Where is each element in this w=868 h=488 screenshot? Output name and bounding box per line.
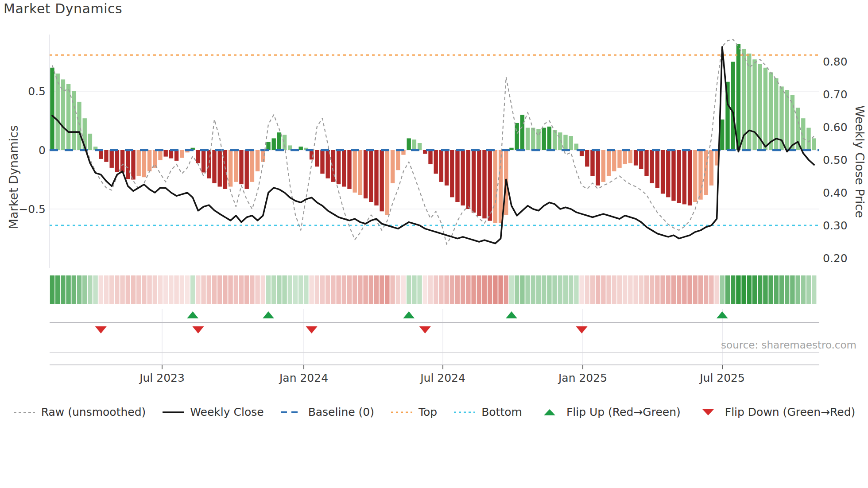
oscillator-bar: [763, 68, 767, 150]
green-up-triangle-icon: [538, 407, 561, 417]
heatmap-cell: [239, 275, 244, 304]
oscillator-bar: [488, 150, 492, 221]
oscillator-bar: [731, 62, 735, 151]
left-tick-label: −0.5: [19, 203, 46, 216]
oscillator-bar: [509, 148, 513, 150]
oscillator-bar: [218, 150, 222, 187]
oscillator-bar: [639, 150, 643, 169]
heatmap-cell: [644, 275, 649, 304]
oscillator-bar: [617, 150, 621, 168]
legend-label: Weekly Close: [190, 406, 264, 418]
oscillator-bar: [596, 150, 600, 186]
heatmap-cell: [423, 275, 427, 304]
heatmap-cell: [623, 275, 627, 304]
right-tick-labels: 0.800.700.600.500.400.300.20: [823, 55, 848, 265]
heatmap-cell: [304, 275, 308, 304]
oscillator-bar: [531, 128, 535, 151]
oscillator-bar: [180, 150, 184, 158]
heatmap-cell: [315, 275, 319, 304]
heatmap-cell: [450, 275, 454, 304]
heatmap-cell: [752, 275, 757, 304]
legend-label: Baseline (0): [308, 406, 374, 418]
oscillator-bar: [234, 150, 238, 182]
oscillator-bar: [342, 150, 346, 187]
heatmap-cell: [99, 275, 103, 304]
x-tick-label: Jul 2025: [699, 372, 745, 384]
oscillator-bar: [445, 150, 449, 186]
oscillator-bar: [147, 150, 151, 171]
heatmap-cell: [493, 275, 497, 304]
red-down-triangle-icon: [697, 407, 720, 417]
heatmap-cell: [358, 275, 362, 304]
heatmap-cell: [504, 275, 508, 304]
oscillator-bar: [812, 138, 816, 150]
heatmap-cell: [428, 275, 433, 304]
heatmap-cell: [606, 275, 611, 304]
heatmap-cell: [396, 275, 400, 304]
oscillator-bar: [434, 150, 438, 174]
heatmap-cell: [142, 275, 146, 304]
oscillator-bar: [644, 150, 648, 176]
oscillator-bar: [120, 150, 124, 173]
oscillator-bar: [450, 150, 454, 197]
heatmap-cell: [466, 275, 470, 304]
heatmap-cell: [439, 275, 443, 304]
oscillator-bar: [720, 120, 724, 150]
oscillator-bar: [326, 150, 330, 178]
oscillator-bar: [677, 150, 681, 203]
oscillator-bar: [320, 150, 324, 174]
oscillator-bar: [666, 150, 670, 197]
heatmap-cell: [444, 275, 449, 304]
heatmap-cell: [363, 275, 368, 304]
oscillator-bar: [752, 59, 756, 150]
flip-up-marker: [187, 311, 198, 318]
heatmap-cell: [434, 275, 438, 304]
heatmap-cell: [158, 275, 163, 304]
oscillator-bar: [466, 150, 470, 209]
x-tick-label: Jul 2024: [419, 372, 465, 384]
heatmap-cell: [217, 275, 222, 304]
oscillator-bar: [472, 150, 476, 213]
oscillator-bar: [283, 135, 287, 150]
heatmap-cell: [601, 275, 605, 304]
oscillator-bar: [482, 150, 486, 218]
oscillator-bar: [250, 150, 254, 182]
oscillator-bar: [131, 150, 135, 180]
raw-line: [52, 39, 814, 244]
heatmap-cell: [633, 275, 638, 304]
oscillator-bar: [56, 74, 60, 150]
oscillator-bar: [77, 102, 81, 150]
heatmap-cell: [353, 275, 357, 304]
oscillator-bar: [72, 91, 76, 150]
legend-label: Raw (unsmoothed): [41, 406, 146, 418]
oscillator-bar: [461, 150, 465, 205]
oscillator-bar: [661, 150, 665, 194]
heatmap-cell: [520, 275, 524, 304]
x-axis: Jul 2023Jan 2024Jul 2024Jan 2025Jul 2025: [50, 309, 819, 384]
heatmap-cell: [126, 275, 130, 304]
heatmap-cell: [639, 275, 643, 304]
oscillator-bar: [612, 150, 616, 171]
oscillator-bar: [229, 150, 232, 187]
heatmap-cell: [66, 275, 70, 304]
flip-down-marker: [192, 326, 204, 333]
heatmap-cell: [725, 275, 730, 304]
heatmap-cell: [298, 275, 303, 304]
oscillator-bar: [515, 123, 519, 150]
heatmap-cell: [201, 275, 205, 304]
heatmap-cell: [482, 275, 487, 304]
heatmap-cell: [169, 275, 173, 304]
oscillator-bar: [601, 150, 605, 182]
heatmap-cell: [650, 275, 654, 304]
heatmap-cell: [185, 275, 190, 304]
heatmap-cell: [455, 275, 460, 304]
heatmap-cell: [779, 275, 784, 304]
heatmap-cell: [282, 275, 287, 304]
oscillator-bar: [623, 150, 627, 164]
heatmap-cell: [768, 275, 773, 304]
heatmap-cell: [709, 275, 713, 304]
heatmap-cell: [250, 275, 254, 304]
heatmap-cell: [288, 275, 292, 304]
oscillator-bar: [315, 150, 319, 167]
heatmap-cell: [698, 275, 703, 304]
